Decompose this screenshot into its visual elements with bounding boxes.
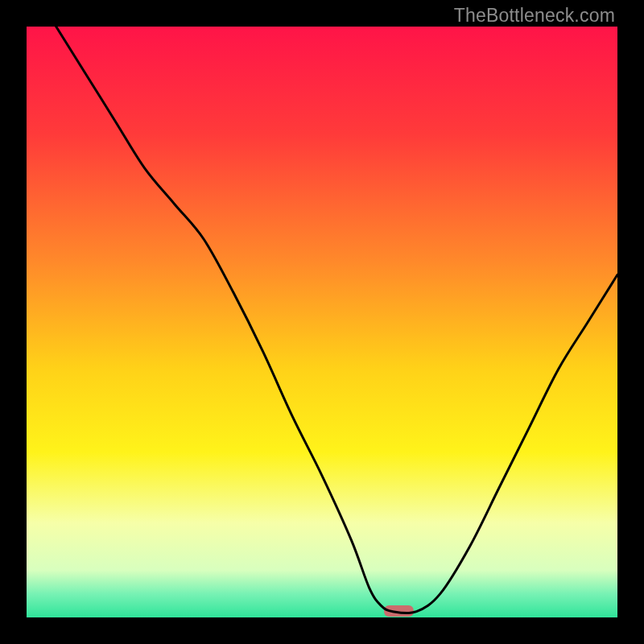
chart-frame: TheBottleneck.com xyxy=(0,0,644,644)
curve-layer xyxy=(27,27,617,617)
bottleneck-curve xyxy=(56,27,617,613)
watermark-text: TheBottleneck.com xyxy=(454,5,615,27)
plot-area xyxy=(27,27,617,617)
